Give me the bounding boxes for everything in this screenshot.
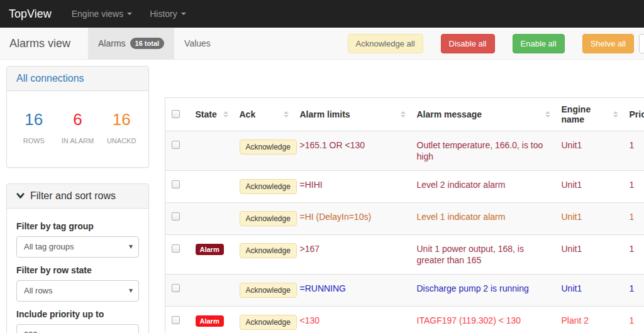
col-engine-name: Engine name bbox=[562, 104, 609, 124]
state-cell bbox=[189, 203, 233, 235]
engine-name-cell: Unit1 bbox=[555, 275, 623, 307]
stat-in-alarm-label: IN ALARM bbox=[56, 136, 100, 147]
tag-group-label: Filter by tag group bbox=[16, 221, 139, 231]
select-all-checkbox[interactable] bbox=[172, 110, 180, 118]
alarm-count-badge: 16 total bbox=[130, 38, 165, 49]
top-navbar: TopView Engine views History bbox=[0, 0, 644, 28]
sort-icon[interactable] bbox=[545, 111, 550, 117]
alarm-message-cell: Level 1 indicator alarm bbox=[411, 203, 555, 235]
filter-panel-header[interactable]: Filter and sort rows bbox=[7, 184, 148, 209]
menu-engine-views[interactable]: Engine views bbox=[63, 9, 142, 19]
row-checkbox[interactable] bbox=[172, 180, 180, 188]
alarm-message-cell: Outlet temperature, 166.0, is too high bbox=[411, 131, 555, 171]
stat-in-alarm-value: 6 bbox=[56, 110, 100, 129]
engine-name-cell: Unit1 bbox=[555, 131, 623, 171]
priority-cell: 1 bbox=[623, 275, 644, 307]
alarm-table: State Ack Alarm limits Alarm message Eng… bbox=[165, 97, 644, 333]
alarm-state-badge: Alarm bbox=[196, 315, 224, 327]
col-alarm-limits: Alarm limits bbox=[300, 109, 350, 119]
priority-input[interactable] bbox=[16, 324, 139, 333]
sort-icon[interactable] bbox=[223, 111, 228, 117]
alarm-limits-cell: =RUNNING bbox=[294, 275, 411, 307]
col-ack: Ack bbox=[240, 109, 256, 119]
alarm-limits-cell: =HI (DelayIn=10s) bbox=[294, 203, 411, 235]
table-row: Acknowledge =HI (DelayIn=10s) Level 1 in… bbox=[165, 203, 644, 235]
engine-name-cell: Unit1 bbox=[555, 203, 623, 235]
tab-alarms[interactable]: Alarms 16 total bbox=[88, 28, 174, 59]
alarm-message-cell: Unit 1 power output, 168, is greater tha… bbox=[411, 235, 555, 275]
page-title: Alarms view bbox=[0, 28, 80, 59]
state-cell: Alarm bbox=[189, 235, 233, 275]
tab-values[interactable]: Values bbox=[174, 28, 221, 59]
priority-cell: 1 bbox=[623, 203, 644, 235]
sort-icon[interactable] bbox=[613, 111, 618, 117]
bulk-action-buttons: Acknowledge all Disable all Enable all S… bbox=[348, 28, 634, 59]
stat-rows-value: 16 bbox=[12, 110, 56, 129]
alarm-message-cell: ITAGF197 (119.302) < 130 bbox=[411, 307, 555, 333]
row-checkbox[interactable] bbox=[172, 284, 180, 292]
row-checkbox[interactable] bbox=[172, 212, 180, 221]
connections-panel-title: All connections bbox=[7, 67, 148, 91]
connections-panel: All connections 16 ROWS 6 IN ALARM 16 UN… bbox=[6, 66, 149, 168]
table-row: Acknowledge >165.1 OR <130 Outlet temper… bbox=[165, 131, 644, 171]
col-priority: Priority bbox=[630, 109, 644, 119]
table-row: Alarm Acknowledge >167 Unit 1 power outp… bbox=[165, 235, 644, 275]
sidebar: All connections 16 ROWS 6 IN ALARM 16 UN… bbox=[6, 66, 149, 333]
alarm-limits-cell: =HIHI bbox=[294, 171, 411, 203]
enable-all-button[interactable]: Enable all bbox=[513, 34, 565, 53]
filter-panel: Filter and sort rows Filter by tag group… bbox=[6, 183, 149, 333]
acknowledge-button[interactable]: Acknowledge bbox=[240, 283, 297, 298]
acknowledge-button[interactable]: Acknowledge bbox=[240, 243, 297, 258]
alarm-limits-cell: >167 bbox=[294, 235, 411, 275]
menu-history[interactable]: History bbox=[141, 9, 195, 19]
table-row: Acknowledge =RUNNING Discharge pump 2 is… bbox=[165, 275, 644, 307]
menu-engine-views-label: Engine views bbox=[72, 9, 124, 19]
filter-body: Filter by tag group All tag groups Filte… bbox=[7, 209, 148, 333]
acknowledge-all-button[interactable]: Acknowledge all bbox=[348, 34, 423, 53]
app-brand: TopView bbox=[0, 8, 63, 21]
menu-history-label: History bbox=[150, 9, 177, 19]
alarm-limits-cell: <130 bbox=[294, 307, 411, 333]
sort-icon[interactable] bbox=[284, 111, 289, 117]
caret-down-icon bbox=[127, 13, 132, 15]
table-row: Alarm Acknowledge <130 ITAGF197 (119.302… bbox=[165, 307, 644, 333]
state-cell: Alarm bbox=[189, 307, 233, 333]
tab-alarms-label: Alarms bbox=[98, 38, 126, 48]
engine-name-cell: Unit1 bbox=[555, 171, 623, 203]
acknowledge-button[interactable]: Acknowledge bbox=[240, 315, 297, 330]
table-header-row: State Ack Alarm limits Alarm message Eng… bbox=[165, 98, 644, 131]
sort-icon[interactable] bbox=[401, 111, 406, 117]
tag-group-select[interactable]: All tag groups bbox=[16, 236, 139, 258]
alarm-limits-cell: >165.1 OR <130 bbox=[294, 131, 411, 171]
stat-in-alarm: 6 IN ALARM bbox=[56, 110, 100, 147]
priority-cell: 1 bbox=[623, 171, 644, 203]
priority-cell: 1 bbox=[623, 131, 644, 171]
connection-stats: 16 ROWS 6 IN ALARM 16 UNACKD bbox=[7, 91, 148, 167]
shelve-all-button[interactable]: Shelve all bbox=[582, 34, 634, 53]
acknowledge-button[interactable]: Acknowledge bbox=[240, 211, 297, 226]
state-cell bbox=[189, 171, 233, 203]
row-checkbox[interactable] bbox=[172, 316, 180, 324]
row-state-label: Filter by row state bbox=[16, 265, 139, 275]
filter-panel-title: Filter and sort rows bbox=[30, 190, 116, 202]
disable-all-button[interactable]: Disable all bbox=[441, 34, 495, 53]
col-alarm-message: Alarm message bbox=[417, 109, 482, 119]
stat-rows: 16 ROWS bbox=[12, 110, 56, 147]
priority-label: Include priority up to bbox=[16, 309, 139, 319]
acknowledge-button[interactable]: Acknowledge bbox=[240, 139, 297, 155]
tag-group-select-value: All tag groups bbox=[24, 242, 74, 251]
partial-offscreen-button[interactable] bbox=[639, 34, 644, 53]
alarm-message-cell: Discharge pump 2 is running bbox=[411, 275, 555, 307]
chevron-down-icon bbox=[16, 192, 25, 200]
stat-rows-label: ROWS bbox=[12, 136, 56, 147]
row-state-select[interactable]: All rows bbox=[16, 280, 139, 302]
alarm-state-badge: Alarm bbox=[196, 244, 224, 255]
priority-cell: 1 bbox=[623, 235, 644, 275]
tab-values-label: Values bbox=[184, 38, 211, 48]
acknowledge-button[interactable]: Acknowledge bbox=[240, 179, 297, 194]
state-cell bbox=[189, 131, 233, 171]
row-checkbox[interactable] bbox=[172, 244, 180, 253]
alarm-table-container: State Ack Alarm limits Alarm message Eng… bbox=[165, 97, 644, 333]
row-checkbox[interactable] bbox=[172, 141, 180, 149]
row-state-select-value: All rows bbox=[24, 286, 53, 295]
